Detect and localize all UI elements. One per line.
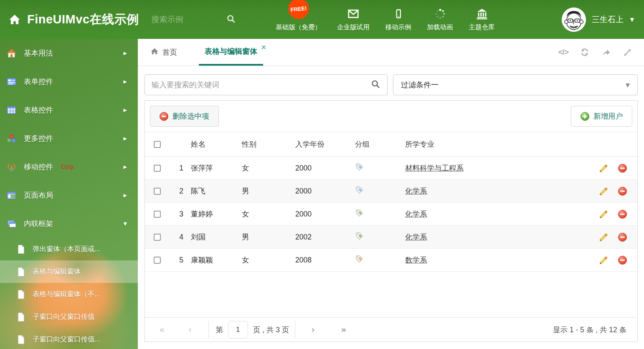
minus-circle-icon [160, 112, 168, 121]
cell-gender: 女 [239, 255, 293, 265]
edit-button[interactable] [599, 232, 609, 242]
home-icon [150, 47, 159, 58]
cell-year: 2000 [293, 187, 352, 196]
delete-button[interactable] [618, 187, 627, 196]
divider [295, 321, 295, 339]
sidebar-subitem-child-to-parent-2[interactable]: 子窗口向父窗口传值... [0, 328, 138, 349]
menu-item-loading-animation[interactable]: 加载动画 [427, 8, 453, 32]
brand[interactable]: FineUIMvc在线示例 [8, 11, 139, 28]
chevron-right-icon: ▶ [124, 51, 127, 56]
delete-selected-button[interactable]: 删除选中项 [150, 106, 219, 127]
spinner-icon [434, 8, 446, 20]
expand-icon[interactable] [623, 48, 632, 57]
tab-grid-edit-window[interactable]: 表格与编辑窗体 ✕ [199, 39, 263, 66]
major-link[interactable]: 化学系 [405, 233, 427, 241]
page-total-label: 页 , 共 3 页 [253, 325, 289, 335]
sidebar-item-form-controls[interactable]: 表单控件 ▶ [0, 67, 138, 96]
sidebar-item-label: 移动控件 [24, 162, 53, 172]
user-menu[interactable]: 三生石上 ▼ [562, 8, 634, 32]
cell-gender: 女 [239, 163, 293, 173]
envelope-icon [347, 8, 360, 20]
filter-dropdown[interactable]: 过滤条件一 ▼ [393, 74, 638, 95]
sidebar-item-label: 更多控件 [24, 133, 53, 143]
search-icon[interactable] [370, 79, 380, 91]
tag-icon [355, 232, 364, 242]
cell-name: 董婷婷 [188, 209, 239, 219]
delete-button[interactable] [618, 164, 627, 173]
sidebar-item-basic-usage[interactable]: 基本用法 ▶ [0, 39, 138, 67]
bank-icon [475, 8, 489, 20]
add-user-button[interactable]: 新增用户 [571, 106, 632, 127]
tag-icon [355, 186, 364, 196]
row-checkbox[interactable] [154, 234, 161, 241]
cell-year: 2008 [293, 256, 352, 265]
minus-circle-icon [618, 187, 627, 196]
menu-label: 主题仓库 [469, 23, 495, 32]
code-icon[interactable]: </> [558, 48, 568, 57]
menu-item-theme-repo[interactable]: 主题仓库 [469, 8, 495, 32]
tab-home[interactable]: 首页 [150, 39, 177, 66]
sidebar-item-label: 内联框架 [24, 219, 53, 229]
page-input[interactable] [228, 321, 248, 339]
prev-page-button[interactable]: ‹ [188, 324, 192, 335]
menu-label: 基础版（免费） [276, 23, 322, 32]
chevron-down-icon: ▼ [630, 17, 634, 23]
table-row: 1 张萍萍 女 2000 [145, 157, 637, 180]
last-page-button[interactable]: » [341, 324, 346, 335]
tag-icon [355, 209, 364, 219]
search-icon[interactable] [226, 14, 236, 25]
sidebar-subitem-popup-window[interactable]: 弹出窗体（本页面或... [0, 238, 138, 260]
sidebar-item-page-layout[interactable]: 页面布局 ▶ [0, 181, 138, 209]
edit-button[interactable] [599, 209, 609, 219]
cell-gender: 男 [239, 186, 293, 196]
menu-item-enterprise-trial[interactable]: 企业版试用 [337, 8, 370, 32]
add-user-label: 新增用户 [593, 111, 623, 121]
sidebar-item-grid-controls[interactable]: 表格控件 ▶ [0, 96, 138, 124]
row-checkbox[interactable] [154, 257, 161, 264]
corp-badge: Corp. [61, 163, 75, 170]
free-badge: FREE! [287, 0, 310, 20]
close-icon[interactable]: ✕ [261, 43, 266, 51]
refresh-icon[interactable] [580, 47, 590, 57]
row-checkbox[interactable] [154, 188, 161, 195]
delete-button[interactable] [618, 210, 627, 219]
sidebar-subitem-child-to-parent[interactable]: 子窗口向父窗口传值 [0, 306, 138, 328]
user-name: 三生石上 [592, 14, 624, 25]
tab-label: 表格与编辑窗体 [205, 46, 257, 56]
table-row: 3 董婷婷 女 2000 [145, 203, 637, 226]
chevron-down-icon: ▼ [124, 221, 127, 227]
edit-button[interactable] [599, 255, 609, 265]
minus-circle-icon [618, 233, 627, 242]
delete-button[interactable] [618, 233, 627, 242]
column-group: 分组 [352, 139, 403, 149]
major-link[interactable]: 数学系 [405, 256, 427, 264]
edit-button[interactable] [599, 186, 609, 196]
menu-item-mobile-demo[interactable]: 移动示例 [385, 8, 411, 32]
header-search [152, 14, 236, 25]
home-logo-icon [8, 13, 21, 26]
sidebar-subitem-label: 表格与编辑窗体 [33, 267, 81, 276]
column-gender: 性别 [239, 139, 293, 149]
major-link[interactable]: 化学系 [405, 187, 427, 195]
next-page-button[interactable]: › [311, 324, 315, 335]
sidebar-item-inline-frame[interactable]: 内联框架 ▼ [0, 209, 138, 238]
edit-button[interactable] [599, 163, 609, 173]
share-icon[interactable] [601, 47, 611, 57]
page-prefix-label: 第 [216, 325, 223, 335]
row-checkbox[interactable] [154, 165, 161, 172]
major-link[interactable]: 材料科学与工程系 [405, 164, 464, 172]
header-search-input[interactable] [152, 15, 214, 24]
row-index: 5 [169, 256, 188, 265]
mobile-icon [393, 8, 404, 20]
select-all-checkbox[interactable] [154, 141, 161, 148]
keyword-search-input[interactable] [152, 81, 370, 89]
tab-toolbar: </> [558, 39, 644, 66]
sidebar-item-mobile-controls[interactable]: 移动控件 Corp. ▶ [0, 153, 138, 181]
sidebar-subitem-grid-edit-window-2[interactable]: 表格与编辑窗体（不... [0, 283, 138, 306]
sidebar-subitem-grid-edit-window[interactable]: 表格与编辑窗体 [0, 260, 138, 283]
sidebar-item-more-controls[interactable]: 更多控件 ▶ [0, 124, 138, 153]
major-link[interactable]: 化学系 [405, 210, 427, 218]
row-checkbox[interactable] [154, 211, 161, 218]
first-page-button[interactable]: « [159, 324, 165, 335]
delete-button[interactable] [618, 256, 627, 265]
